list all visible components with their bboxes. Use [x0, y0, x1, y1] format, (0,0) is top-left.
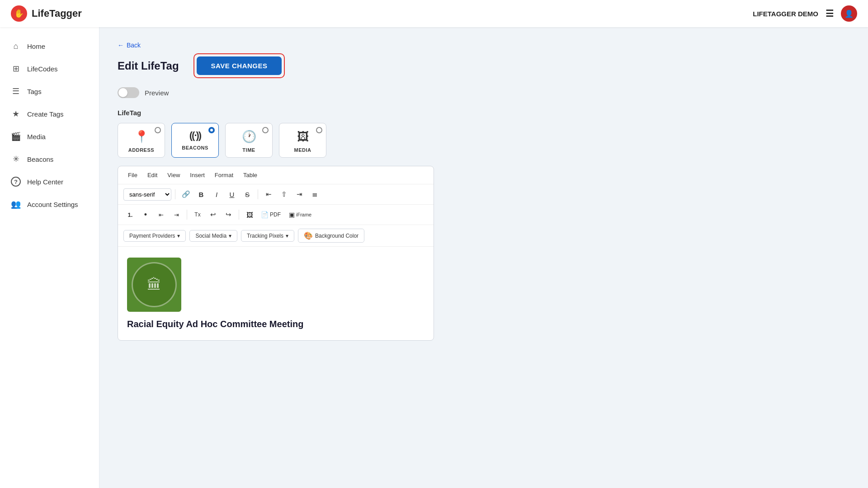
sidebar-item-tags[interactable]: ☰ Tags — [0, 80, 99, 102]
app-logo: ✋ LifeTagger — [11, 5, 82, 22]
toolbar-bold[interactable]: B — [194, 188, 208, 201]
color-picker-icon: 🎨 — [304, 231, 313, 240]
save-changes-button[interactable]: SAVE CHANGES — [197, 56, 282, 75]
toolbar-align-center[interactable]: ⇧ — [277, 188, 291, 201]
background-color-button[interactable]: 🎨 Background Color — [298, 229, 364, 243]
editor-toolbar-row1: sans-serif serif monospace 🔗 B I U S ⇤ ⇧… — [118, 184, 434, 205]
toolbar-strike[interactable]: S — [241, 188, 254, 201]
editor-menubar: File Edit View Insert Format Table — [118, 166, 434, 184]
sidebar: ⌂ Home ⊞ LifeCodes ☰ Tags ★ Create Tags … — [0, 27, 99, 488]
media-icon: 🎬 — [11, 131, 21, 141]
payment-providers-button[interactable]: Payment Providers ▾ — [123, 230, 186, 242]
sidebar-item-home[interactable]: ⌂ Home — [0, 35, 99, 57]
layout: ⌂ Home ⊞ LifeCodes ☰ Tags ★ Create Tags … — [0, 27, 868, 488]
menu-icon[interactable]: ☰ — [826, 8, 834, 19]
toolbar-justify[interactable]: ≣ — [308, 188, 321, 201]
tag-radio-time — [262, 127, 269, 133]
menu-edit[interactable]: Edit — [143, 170, 162, 180]
toolbar-indent[interactable]: ⇥ — [170, 208, 183, 221]
preview-label: Preview — [145, 89, 169, 97]
toolbar-undo[interactable]: ↩ — [206, 208, 220, 221]
tag-radio-address — [155, 127, 161, 133]
back-arrow-icon: ← — [118, 42, 124, 49]
toolbar-unordered-list[interactable]: • — [139, 208, 152, 221]
demo-label: LIFETAGGER DEMO — [753, 10, 818, 18]
sidebar-label-media: Media — [27, 133, 46, 141]
time-card-icon: 🕐 — [242, 130, 256, 144]
sidebar-label-tags: Tags — [27, 88, 42, 95]
sidebar-item-lifecodes[interactable]: ⊞ LifeCodes — [0, 58, 99, 80]
back-label: Back — [127, 42, 141, 49]
beacons-card-label: BEACONS — [182, 145, 208, 150]
toolbar-underline[interactable]: U — [225, 188, 239, 201]
tag-card-beacons[interactable]: ((·)) BEACONS — [171, 123, 219, 158]
menu-file[interactable]: File — [123, 170, 142, 180]
time-card-label: TIME — [242, 147, 255, 153]
menu-format[interactable]: Format — [210, 170, 238, 180]
address-card-label: ADDRESS — [128, 147, 154, 153]
font-selector[interactable]: sans-serif serif monospace — [123, 188, 171, 201]
editor-container: File Edit View Insert Format Table sans-… — [118, 166, 434, 341]
account-icon: 👥 — [11, 199, 21, 209]
menu-table[interactable]: Table — [239, 170, 262, 180]
toolbar-clear-format[interactable]: Tx — [191, 208, 204, 221]
tracking-pixels-chevron: ▾ — [286, 233, 288, 239]
tag-card-time[interactable]: 🕐 TIME — [225, 123, 273, 158]
pdf-label: PDF — [270, 211, 281, 218]
toolbar-pdf[interactable]: 📄 PDF — [258, 208, 283, 221]
sidebar-item-account[interactable]: 👥 Account Settings — [0, 193, 99, 215]
create-tags-icon: ★ — [11, 109, 21, 119]
background-color-label: Background Color — [315, 233, 359, 239]
sidebar-label-home: Home — [27, 42, 45, 50]
help-icon: ? — [11, 177, 21, 187]
toolbar-ordered-list[interactable]: 1. — [123, 208, 137, 221]
menu-view[interactable]: View — [163, 170, 184, 180]
preview-row: Preview — [118, 87, 850, 98]
tag-radio-media — [316, 127, 322, 133]
iframe-box-icon: ▣ — [289, 211, 295, 218]
main-content: ← Back Edit LifeTag SAVE CHANGES Preview… — [99, 27, 868, 488]
tag-card-address[interactable]: 📍 ADDRESS — [118, 123, 165, 158]
editor-toolbar-row2: 1. • ⇤ ⇥ Tx ↩ ↪ 🖼 📄 PDF ▣ iFrame — [118, 205, 434, 225]
editor-body[interactable]: 🏛 Racial Equity Ad Hoc Committee Meeting — [118, 247, 434, 340]
back-link[interactable]: ← Back — [118, 42, 850, 49]
social-media-button[interactable]: Social Media ▾ — [189, 230, 237, 242]
tracking-pixels-button[interactable]: Tracking Pixels ▾ — [241, 230, 294, 242]
toolbar-redo[interactable]: ↪ — [222, 208, 235, 221]
address-card-icon: 📍 — [134, 130, 149, 144]
toolbar-align-left[interactable]: ⇤ — [262, 188, 275, 201]
sidebar-item-create-tags[interactable]: ★ Create Tags — [0, 103, 99, 125]
sidebar-item-help[interactable]: ? Help Center — [0, 171, 99, 192]
logo-icon: ✋ — [11, 5, 27, 22]
tracking-pixels-label: Tracking Pixels — [247, 233, 283, 239]
tag-card-media[interactable]: 🖼 MEDIA — [279, 123, 326, 158]
tags-icon: ☰ — [11, 86, 21, 96]
content-image: 🏛 — [127, 258, 181, 312]
sidebar-label-account: Account Settings — [27, 201, 78, 208]
toolbar-link[interactable]: 🔗 — [179, 188, 193, 201]
tag-radio-beacons — [208, 127, 215, 133]
payment-providers-chevron: ▾ — [177, 233, 180, 239]
page-title: Edit LifeTag — [118, 60, 179, 72]
content-title: Racial Equity Ad Hoc Committee Meeting — [127, 319, 425, 329]
toolbar-outdent[interactable]: ⇤ — [154, 208, 168, 221]
payment-providers-label: Payment Providers — [129, 233, 175, 239]
preview-toggle[interactable] — [118, 87, 139, 98]
iframe-label: iFrame — [296, 212, 311, 217]
divider-3 — [187, 210, 187, 220]
social-media-label: Social Media — [195, 233, 226, 239]
menu-insert[interactable]: Insert — [185, 170, 209, 180]
media-card-icon: 🖼 — [297, 130, 309, 144]
avatar[interactable]: 👤 — [841, 5, 857, 22]
toolbar-image[interactable]: 🖼 — [243, 208, 256, 221]
sidebar-item-media[interactable]: 🎬 Media — [0, 126, 99, 147]
toolbar-iframe[interactable]: ▣ iFrame — [285, 208, 315, 221]
sidebar-item-beacons[interactable]: ✳ Beacons — [0, 148, 99, 170]
topbar-right: LIFETAGGER DEMO ☰ 👤 — [753, 5, 857, 22]
divider-4 — [239, 210, 239, 220]
toolbar-italic[interactable]: I — [210, 188, 223, 201]
toolbar-align-right[interactable]: ⇥ — [292, 188, 306, 201]
app-name: LifeTagger — [32, 8, 82, 19]
seal-image: 🏛 — [132, 262, 177, 307]
toggle-knob — [118, 88, 127, 97]
